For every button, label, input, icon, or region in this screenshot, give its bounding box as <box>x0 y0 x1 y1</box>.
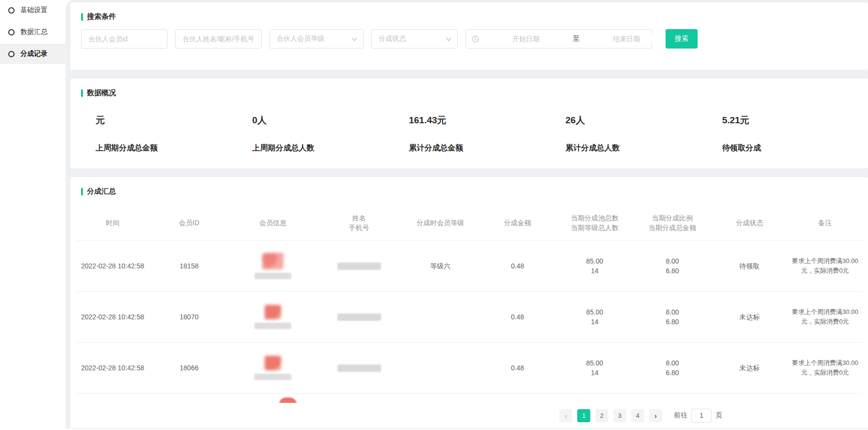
cell-time: 2022-02-28 10:42:58 <box>76 310 149 324</box>
cell-name-phone <box>317 312 401 323</box>
sidebar-item-commission-records[interactable]: 分成记录 <box>0 44 66 64</box>
stat-value: 161.43元 <box>409 114 555 127</box>
sidebar-item-basic-settings[interactable]: 基础设置 <box>0 0 66 20</box>
chevron-down-icon <box>351 35 357 43</box>
table-row[interactable]: 2022-02-28 10:42:58 18158 等级六 0.48 <box>76 241 862 292</box>
partner-name-input[interactable] <box>175 29 262 49</box>
stat-pending-amount: 5.21元 待领取分成 <box>711 114 868 153</box>
col-level: 分成时会员等级 <box>401 216 479 230</box>
date-range-picker[interactable]: 至 <box>466 29 652 49</box>
col-amount: 分成金额 <box>479 216 556 230</box>
section-title-text: 数据概况 <box>87 88 116 98</box>
stat-label: 上周期分成总人数 <box>252 143 399 153</box>
sidebar: 基础设置 数据汇总 分成记录 <box>0 0 66 430</box>
start-date-input[interactable] <box>482 35 570 43</box>
table-header-row: 时间 会员ID 会员信息 姓名手机号 分成时会员等级 分成金额 当期分成池总数当… <box>76 205 862 241</box>
commission-table: 时间 会员ID 会员信息 姓名手机号 分成时会员等级 分成金额 当期分成池总数当… <box>76 205 862 404</box>
cell-level <box>401 315 479 319</box>
radio-circle-icon <box>8 7 15 14</box>
member-name-blurred <box>337 364 381 372</box>
cell-member-info <box>229 303 317 331</box>
cell-member-id: 18158 <box>149 259 229 273</box>
page-unit-label: 页 <box>716 411 722 420</box>
section-title-text: 搜索条件 <box>87 12 116 21</box>
col-remark: 备注 <box>788 216 862 230</box>
table-body: 2022-02-28 10:42:58 18158 等级六 0.48 <box>76 241 862 394</box>
commission-summary-panel: 分成汇总 时间 会员ID 会员信息 姓名手机号 分成时会员等级 分成金额 当期分… <box>70 177 868 429</box>
col-name-phone: 姓名手机号 <box>317 211 401 234</box>
stat-last-period-count: 0人 上周期分成总人数 <box>242 114 399 153</box>
member-avatar-blurred <box>265 305 281 319</box>
member-nickname-blurred <box>254 273 291 279</box>
partner-level-select[interactable]: 合伙人会员等级 <box>269 29 364 49</box>
cell-pool: 85.0014 <box>556 254 634 278</box>
cell-amount: 0.48 <box>479 310 556 324</box>
cell-member-id: 18070 <box>149 310 229 324</box>
col-member-info: 会员信息 <box>229 216 317 230</box>
cell-member-id: 18066 <box>149 361 229 375</box>
commission-status-select[interactable]: 分成状态 <box>371 29 458 49</box>
goto-page-input[interactable] <box>691 409 712 423</box>
cell-amount: 0.48 <box>479 361 556 375</box>
select-placeholder: 分成状态 <box>379 34 406 43</box>
stat-value: 0人 <box>252 114 399 127</box>
page-button-2[interactable]: 2 <box>595 409 608 422</box>
section-title-search: 搜索条件 <box>70 2 868 21</box>
cell-ratio: 8.006.80 <box>634 305 711 329</box>
sidebar-item-data-summary[interactable]: 数据汇总 <box>0 22 66 42</box>
cell-pool: 85.0014 <box>556 356 634 380</box>
section-accent-bar <box>81 89 83 97</box>
cell-member-info <box>229 251 317 281</box>
section-title-overview: 数据概况 <box>70 79 868 98</box>
sidebar-item-label: 数据汇总 <box>20 28 48 36</box>
col-member-id: 会员ID <box>149 216 229 230</box>
cell-name-phone <box>317 363 401 374</box>
cell-remark: 要求上个周消费满30.00元，实际消费0元 <box>788 356 862 380</box>
page-button-1[interactable]: 1 <box>577 409 590 422</box>
goto-label: 前往 <box>674 411 687 420</box>
cell-remark: 要求上个周消费满30.00元，实际消费0元 <box>788 305 862 329</box>
cell-name-phone <box>317 261 401 272</box>
cell-ratio: 8.006.80 <box>634 356 711 380</box>
stat-label: 累计分成总金额 <box>409 143 555 153</box>
stat-value: 元 <box>96 114 242 127</box>
cell-ratio: 8.006.80 <box>634 254 711 278</box>
select-placeholder: 合伙人会员等级 <box>277 34 324 43</box>
cell-status: 未达标 <box>711 310 788 324</box>
cell-remark: 要求上个周消费满30.00元，实际消费0元 <box>788 254 862 278</box>
search-panel: 搜索条件 合伙人会员等级 分成状态 至 <box>70 2 868 70</box>
prev-page-button[interactable]: ‹ <box>559 409 572 422</box>
main-content: 搜索条件 合伙人会员等级 分成状态 至 <box>66 0 868 429</box>
member-nickname-blurred <box>254 323 291 329</box>
partner-member-id-input[interactable] <box>81 29 167 49</box>
col-ratio: 当期分成比例当期分成总金额 <box>634 211 711 234</box>
page-button-4[interactable]: 4 <box>631 409 644 422</box>
cell-pool: 85.0014 <box>556 305 634 329</box>
stat-label: 待领取分成 <box>722 143 868 153</box>
pagination: ‹ 1 2 3 4 › 前往 页 <box>70 403 868 428</box>
radio-circle-icon <box>8 51 15 57</box>
table-row[interactable]: 2022-02-28 10:42:58 18070 0.48 85 <box>76 292 862 343</box>
cell-level <box>401 366 479 370</box>
stat-label: 累计分成总人数 <box>566 143 712 153</box>
radio-circle-icon <box>8 29 15 35</box>
search-button[interactable]: 搜索 <box>666 29 698 49</box>
member-avatar-blurred <box>265 356 281 370</box>
clock-icon <box>472 35 479 43</box>
stat-value: 26人 <box>566 114 712 127</box>
cell-time: 2022-02-28 10:42:58 <box>76 259 149 273</box>
sidebar-item-label: 基础设置 <box>20 6 48 15</box>
cell-status: 未达标 <box>711 361 788 375</box>
end-date-input[interactable] <box>583 35 670 43</box>
cell-status: 待领取 <box>711 259 788 273</box>
stat-total-amount: 161.43元 累计分成总金额 <box>398 114 555 153</box>
col-status: 分成状态 <box>711 216 788 230</box>
page-button-3[interactable]: 3 <box>613 409 626 422</box>
cell-amount: 0.48 <box>479 259 556 273</box>
next-page-button[interactable]: › <box>649 409 662 422</box>
table-row[interactable]: 2022-02-28 10:42:58 18066 0.48 85 <box>76 343 862 394</box>
stat-total-count: 26人 累计分成总人数 <box>555 114 712 153</box>
cell-level: 等级六 <box>401 259 479 273</box>
stat-last-period-amount: 元 上周期分成总金额 <box>85 114 242 153</box>
col-time: 时间 <box>76 216 149 230</box>
